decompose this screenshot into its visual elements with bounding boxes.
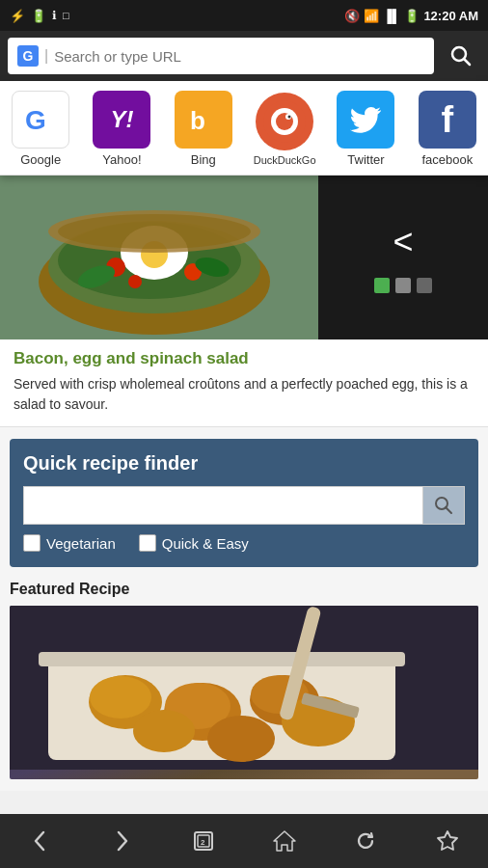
svg-marker-41 [274, 831, 295, 851]
svg-rect-26 [39, 652, 405, 666]
svg-point-21 [58, 214, 251, 249]
engine-bing[interactable]: b Bing [163, 91, 244, 167]
search-button[interactable] [442, 38, 480, 74]
finder-search-input[interactable] [23, 486, 422, 525]
google-favicon: G [17, 45, 39, 67]
forward-icon [109, 828, 134, 854]
quick-recipe-finder: Quick recipe finder Vegetarian Quick & E… [10, 439, 478, 567]
refresh-button[interactable] [325, 814, 406, 868]
quick-finder-title: Quick recipe finder [23, 452, 465, 475]
quickeasy-option[interactable]: Quick & Easy [139, 534, 249, 552]
quickeasy-label: Quick & Easy [162, 535, 249, 552]
yahoo-label: Yahoo! [102, 152, 141, 167]
svg-point-8 [288, 115, 291, 118]
facebook-label: facebook [421, 152, 473, 167]
svg-point-28 [90, 676, 151, 719]
info-icon: ℹ [52, 9, 57, 22]
cursor-icon: | [44, 47, 48, 65]
facebook-icon: f [419, 91, 476, 149]
address-bar: G | [0, 31, 488, 81]
status-right: 🔇 📶 ▐▌ 🔋 12:20 AM [344, 9, 478, 23]
url-input[interactable] [54, 48, 424, 65]
svg-text:2: 2 [201, 838, 205, 847]
google-icon: G [12, 91, 69, 149]
signal-icon: □ [63, 10, 69, 21]
battery-level-icon: 🔋 [404, 9, 420, 23]
signal-bars-icon: ▐▌ [383, 9, 400, 23]
featured-label: Featured Recipe [10, 579, 478, 598]
recipe-title-section: Bacon, egg and spinach salad Served with… [0, 339, 488, 427]
bing-icon: b [175, 91, 232, 149]
recipe-description: Served with crisp wholemeal croûtons and… [14, 374, 474, 415]
wifi-icon: 📶 [364, 9, 379, 23]
main-content: < Bacon, egg and spinach salad Served wi… [0, 176, 488, 791]
svg-point-33 [133, 710, 195, 752]
tabs-button[interactable]: 2 [163, 814, 244, 868]
engine-yahoo[interactable]: Y! Yahoo! [81, 91, 162, 167]
featured-section: Featured Recipe [0, 579, 488, 791]
finder-search-button[interactable] [422, 486, 465, 525]
svg-line-1 [464, 59, 470, 65]
engine-google[interactable]: G Google [0, 91, 81, 167]
tabs-icon: 2 [191, 828, 216, 854]
vegetarian-label: Vegetarian [46, 535, 116, 552]
status-left-icons: ⚡ 🔋 ℹ □ [10, 9, 69, 23]
food-bowl-svg [0, 176, 318, 339]
slideshow-dots [374, 278, 432, 293]
dot-1[interactable] [374, 278, 390, 293]
refresh-icon [353, 828, 378, 854]
finder-input-row [23, 486, 465, 525]
forward-button[interactable] [81, 814, 162, 868]
address-input-wrapper[interactable]: G | [8, 38, 434, 74]
back-icon [28, 828, 53, 854]
finder-search-icon [434, 496, 453, 515]
svg-line-23 [446, 507, 451, 513]
engine-twitter[interactable]: Twitter [325, 91, 406, 167]
featured-food-svg [10, 606, 478, 770]
twitter-icon [337, 91, 394, 149]
recipe-hero-image [0, 176, 318, 339]
dot-3[interactable] [417, 278, 432, 293]
home-icon [272, 828, 297, 854]
recipe-hero: < [0, 176, 488, 339]
google-label: Google [20, 152, 61, 167]
svg-marker-42 [438, 831, 457, 850]
clock: 12:20 AM [423, 9, 478, 23]
recipe-slideshow-panel: < [318, 176, 488, 339]
home-button[interactable] [244, 814, 325, 868]
engine-facebook[interactable]: f facebook [407, 91, 488, 167]
twitter-label: Twitter [347, 152, 384, 167]
bottom-nav: 2 [0, 814, 488, 868]
svg-point-17 [128, 275, 142, 288]
back-button[interactable] [0, 814, 81, 868]
quickeasy-checkbox[interactable] [139, 534, 156, 552]
status-bar: ⚡ 🔋 ℹ □ 🔇 📶 ▐▌ 🔋 12:20 AM [0, 0, 488, 31]
mute-icon: 🔇 [344, 9, 360, 23]
prev-arrow[interactable]: < [393, 222, 413, 262]
duckduckgo-icon [256, 93, 313, 150]
bing-label: Bing [191, 152, 216, 167]
engine-duckduckgo[interactable]: DuckDuckGo [244, 93, 325, 166]
battery-icon: 🔋 [31, 9, 46, 23]
bookmark-icon [435, 828, 460, 854]
svg-point-34 [207, 716, 275, 762]
finder-options: Vegetarian Quick & Easy [23, 534, 465, 552]
search-engines-bar: G Google Y! Yahoo! b Bing Du [0, 81, 488, 176]
svg-text:G: G [25, 105, 46, 135]
dot-2[interactable] [395, 278, 411, 293]
yahoo-icon: Y! [93, 91, 150, 149]
usb-icon: ⚡ [10, 9, 25, 23]
duckduckgo-label: DuckDuckGo [254, 154, 316, 166]
svg-text:b: b [190, 106, 205, 135]
recipe-title: Bacon, egg and spinach salad [14, 349, 474, 368]
bookmark-button[interactable] [407, 814, 488, 868]
vegetarian-option[interactable]: Vegetarian [23, 534, 116, 552]
search-icon [450, 45, 472, 67]
featured-image[interactable] [10, 606, 478, 779]
vegetarian-checkbox[interactable] [23, 534, 41, 552]
